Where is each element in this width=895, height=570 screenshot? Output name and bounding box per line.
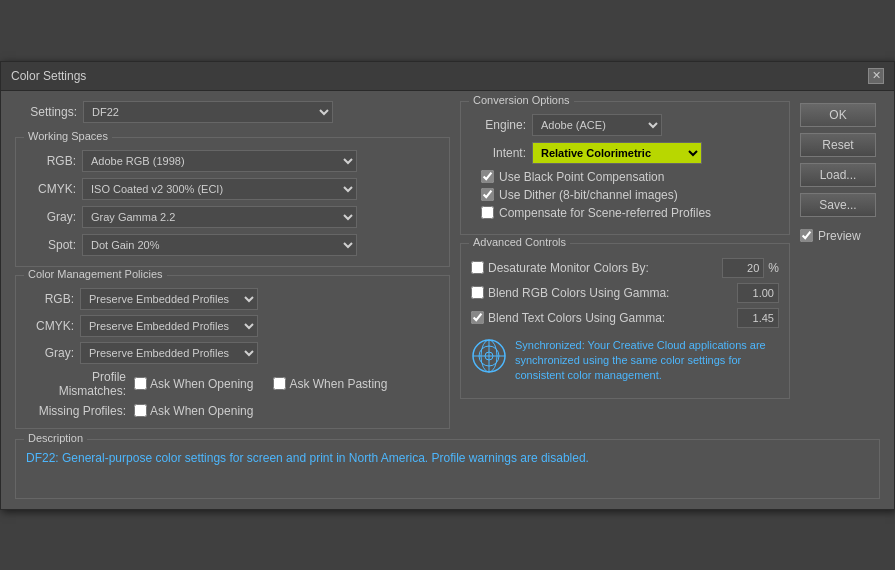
engine-label: Engine: [471, 118, 526, 132]
desaturate-row: Desaturate Monitor Colors By: % [471, 258, 779, 278]
blend-rgb-input[interactable] [737, 283, 779, 303]
intent-row: Intent: Relative Colorimetric [471, 142, 779, 164]
gray-working-row: Gray: Gray Gamma 2.2 [26, 206, 439, 228]
right-panel: Conversion Options Engine: Adobe (ACE) I… [460, 101, 790, 429]
save-button[interactable]: Save... [800, 193, 876, 217]
load-button[interactable]: Load... [800, 163, 876, 187]
cmyk-policy-row: CMYK: Preserve Embedded Profiles [26, 315, 439, 337]
sync-text: Synchronized: Your Creative Cloud applic… [515, 338, 779, 384]
percent-label: % [768, 261, 779, 275]
cmyk-working-row: CMYK: ISO Coated v2 300% (ECI) [26, 178, 439, 200]
blend-text-checkbox[interactable] [471, 311, 484, 324]
rgb-select[interactable]: Adobe RGB (1998) [82, 150, 357, 172]
spot-select[interactable]: Dot Gain 20% [82, 234, 357, 256]
blend-text-row: Blend Text Colors Using Gamma: [471, 308, 779, 328]
buttons-panel: OK Reset Load... Save... Preview [800, 101, 880, 429]
ok-button[interactable]: OK [800, 103, 876, 127]
rgb-working-row: RGB: Adobe RGB (1998) [26, 150, 439, 172]
compensate-checkbox[interactable] [481, 206, 494, 219]
cmyk-policy-label: CMYK: [26, 319, 74, 333]
engine-row: Engine: Adobe (ACE) [471, 114, 779, 136]
compensate-row: Compensate for Scene-referred Profiles [471, 206, 779, 220]
blend-text-input[interactable] [737, 308, 779, 328]
ask-when-pasting-text: Ask When Pasting [289, 377, 387, 391]
black-point-text: Use Black Point Compensation [499, 170, 664, 184]
cmyk-label: CMYK: [26, 182, 76, 196]
close-button[interactable]: ✕ [868, 68, 884, 84]
ask-when-opening-1-text: Ask When Opening [150, 377, 253, 391]
rgb-policy-select[interactable]: Preserve Embedded Profiles [80, 288, 258, 310]
sync-area: Synchronized: Your Creative Cloud applic… [471, 334, 779, 388]
cmyk-select[interactable]: ISO Coated v2 300% (ECI) [82, 178, 357, 200]
engine-select[interactable]: Adobe (ACE) [532, 114, 662, 136]
blend-rgb-label: Blend RGB Colors Using Gamma: [488, 286, 733, 300]
black-point-label[interactable]: Use Black Point Compensation [499, 170, 664, 184]
title-bar: Color Settings ✕ [1, 62, 894, 91]
preview-checkbox[interactable] [800, 229, 813, 242]
ask-when-pasting-checkbox[interactable] [273, 377, 286, 390]
dither-label[interactable]: Use Dither (8-bit/channel images) [499, 188, 678, 202]
ask-when-opening-2-label[interactable]: Ask When Opening [134, 404, 253, 418]
dither-text: Use Dither (8-bit/channel images) [499, 188, 678, 202]
spot-label: Spot: [26, 238, 76, 252]
blend-rgb-row: Blend RGB Colors Using Gamma: [471, 283, 779, 303]
conversion-options-title: Conversion Options [469, 94, 574, 106]
black-point-row: Use Black Point Compensation [471, 170, 779, 184]
dialog-title: Color Settings [11, 69, 86, 83]
ask-when-opening-1-checkbox[interactable] [134, 377, 147, 390]
dialog-body: Settings: DF22 Working Spaces RGB: Adobe… [1, 91, 894, 439]
description-section: Description DF22: General-purpose color … [15, 439, 880, 499]
preview-row: Preview [800, 229, 880, 243]
settings-label: Settings: [15, 105, 77, 119]
sync-icon [471, 338, 507, 374]
gray-select[interactable]: Gray Gamma 2.2 [82, 206, 357, 228]
left-panel: Settings: DF22 Working Spaces RGB: Adobe… [15, 101, 450, 429]
ask-when-opening-1-label[interactable]: Ask When Opening [134, 377, 253, 391]
description-title: Description [24, 432, 87, 444]
working-spaces-title: Working Spaces [24, 130, 112, 142]
color-management-title: Color Management Policies [24, 268, 167, 280]
missing-profiles-row: Missing Profiles: Ask When Opening [26, 404, 439, 418]
rgb-label: RGB: [26, 154, 76, 168]
preview-text: Preview [818, 229, 861, 243]
cmyk-policy-select[interactable]: Preserve Embedded Profiles [80, 315, 258, 337]
black-point-checkbox[interactable] [481, 170, 494, 183]
intent-label: Intent: [471, 146, 526, 160]
reset-button[interactable]: Reset [800, 133, 876, 157]
dither-checkbox[interactable] [481, 188, 494, 201]
ask-when-opening-2-text: Ask When Opening [150, 404, 253, 418]
gray-policy-select[interactable]: Preserve Embedded Profiles [80, 342, 258, 364]
blend-text-label: Blend Text Colors Using Gamma: [488, 311, 733, 325]
advanced-controls-section: Advanced Controls Desaturate Monitor Col… [460, 243, 790, 399]
rgb-policy-label: RGB: [26, 292, 74, 306]
spot-working-row: Spot: Dot Gain 20% [26, 234, 439, 256]
intent-select[interactable]: Relative Colorimetric [532, 142, 702, 164]
profile-mismatches-row: Profile Mismatches: Ask When Opening Ask… [26, 370, 439, 398]
blend-rgb-checkbox[interactable] [471, 286, 484, 299]
working-spaces-section: Working Spaces RGB: Adobe RGB (1998) CMY… [15, 137, 450, 267]
ask-when-pasting-label[interactable]: Ask When Pasting [273, 377, 387, 391]
missing-profiles-label: Missing Profiles: [26, 404, 126, 418]
description-text: DF22: General-purpose color settings for… [26, 450, 869, 467]
compensate-label[interactable]: Compensate for Scene-referred Profiles [499, 206, 711, 220]
profile-mismatches-label: Profile Mismatches: [26, 370, 126, 398]
conversion-options-section: Conversion Options Engine: Adobe (ACE) I… [460, 101, 790, 235]
desaturate-input[interactable] [722, 258, 764, 278]
gray-policy-row: Gray: Preserve Embedded Profiles [26, 342, 439, 364]
gray-label: Gray: [26, 210, 76, 224]
preview-label[interactable]: Preview [818, 229, 861, 243]
rgb-policy-row: RGB: Preserve Embedded Profiles [26, 288, 439, 310]
gray-policy-label: Gray: [26, 346, 74, 360]
advanced-controls-title: Advanced Controls [469, 236, 570, 248]
settings-select[interactable]: DF22 [83, 101, 333, 123]
desaturate-checkbox[interactable] [471, 261, 484, 274]
ask-when-opening-2-checkbox[interactable] [134, 404, 147, 417]
color-settings-dialog: Color Settings ✕ Settings: DF22 Working … [0, 61, 895, 510]
desaturate-label: Desaturate Monitor Colors By: [488, 261, 718, 275]
color-management-section: Color Management Policies RGB: Preserve … [15, 275, 450, 429]
settings-row: Settings: DF22 [15, 101, 450, 123]
compensate-text: Compensate for Scene-referred Profiles [499, 206, 711, 220]
dither-row: Use Dither (8-bit/channel images) [471, 188, 779, 202]
